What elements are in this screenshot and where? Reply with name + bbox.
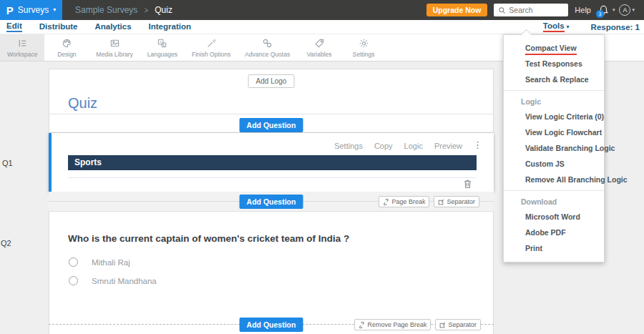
workspace-icon — [17, 38, 28, 49]
toolbar-item-variables[interactable]: Variables — [297, 34, 341, 61]
tools-label: Tools — [543, 21, 565, 32]
toolbar-item-advance-quotas[interactable]: Advance Quotas — [238, 34, 297, 61]
menu-item-microsoft-word[interactable]: Microsoft Word — [504, 209, 604, 225]
tools-dropdown-menu: Compact View Test Responses Search & Rep… — [503, 34, 605, 262]
separator-edit-icon — [439, 322, 446, 328]
nav-right: Tools ▾ Response: 1 — [543, 21, 640, 32]
breadcrumb: Sample Surveys > Quiz — [75, 5, 172, 15]
menu-item-remove-all-branching-logic[interactable]: Remove All Branching Logic — [504, 172, 604, 187]
languages-icon: xa — [157, 38, 167, 49]
toolbar-item-workspace[interactable]: Workspace — [0, 34, 44, 61]
divider — [49, 114, 493, 114]
search-input[interactable] — [509, 6, 564, 14]
gear-icon — [358, 38, 369, 49]
search-icon — [498, 6, 506, 14]
break-buttons: Page Break Separator — [379, 196, 479, 207]
notification-count-badge: 3 — [596, 10, 604, 18]
question-card-q1: Settings Copy Logic Preview ⋮ Sports — [49, 133, 494, 192]
help-link[interactable]: Help — [575, 6, 591, 14]
menu-item-validate-branching-logic[interactable]: Validate Branching Logic — [504, 140, 604, 156]
notifications-bell[interactable]: 3 — [598, 4, 609, 16]
question-title-bar[interactable]: Sports — [68, 155, 477, 170]
breadcrumb-current: Quiz — [155, 5, 172, 15]
page-break-button[interactable]: Page Break — [379, 196, 429, 207]
divider — [68, 177, 477, 178]
answer-option-row[interactable]: Smruti Mandhana — [69, 276, 157, 285]
menu-section-download: Download — [504, 194, 604, 209]
tab-distribute[interactable]: Distribute — [39, 22, 78, 31]
remove-page-break-button[interactable]: Remove Page Break — [354, 319, 431, 330]
separator-button[interactable]: Separator — [434, 196, 479, 207]
menu-item-print[interactable]: Print — [504, 240, 604, 256]
break-buttons: Remove Page Break Separator — [354, 319, 481, 330]
media-library-icon — [109, 38, 120, 49]
page-boundary-row: Add Question Page Break Separator — [49, 192, 494, 212]
breadcrumb-parent[interactable]: Sample Surveys — [75, 5, 137, 15]
menu-item-custom-js[interactable]: Custom JS — [504, 156, 604, 172]
menu-divider — [504, 90, 604, 91]
question-copy-link[interactable]: Copy — [374, 142, 393, 150]
upgrade-now-button[interactable]: Upgrade Now — [426, 4, 488, 16]
trash-icon[interactable] — [463, 179, 472, 189]
menu-item-test-responses[interactable]: Test Responses — [504, 56, 604, 72]
answer-option-row[interactable]: Mithali Raj — [69, 257, 130, 267]
product-switcher[interactable]: P Surveys ▾ — [0, 0, 62, 20]
chevron-down-icon: ▾ — [567, 24, 570, 30]
section-nav: Edit Distribute Analytics Integration To… — [0, 20, 644, 34]
question-actions: Settings Copy Logic Preview — [334, 142, 462, 150]
menu-divider — [504, 190, 604, 191]
question-logic-link[interactable]: Logic — [404, 142, 423, 150]
magic-wand-icon — [206, 38, 217, 49]
chain-links-icon — [262, 38, 273, 49]
broken-link-icon — [383, 199, 389, 205]
toolbar-item-media-library[interactable]: Media Library — [89, 34, 140, 61]
menu-item-search-replace[interactable]: Search & Replace — [504, 72, 604, 87]
answer-option-label: Smruti Mandhana — [92, 277, 157, 285]
survey-title[interactable]: Quiz — [68, 95, 97, 112]
toolbar-item-design[interactable]: Design — [44, 34, 89, 61]
tag-icon — [314, 38, 325, 49]
broken-link-icon — [358, 322, 365, 328]
chevron-down-icon: ▾ — [53, 7, 56, 13]
survey-title-card: Add Logo Quiz Add Question — [49, 69, 494, 133]
radio-button-icon[interactable] — [69, 257, 78, 267]
breadcrumb-separator-icon: > — [144, 6, 148, 14]
tools-menu-button[interactable]: Tools ▾ — [543, 21, 570, 32]
bottom-page-boundary-row: Add Question Remove Page Break Separator — [49, 315, 494, 334]
product-name: Surveys — [18, 5, 49, 15]
menu-item-adobe-pdf[interactable]: Adobe PDF — [504, 225, 604, 240]
add-question-button-top[interactable]: Add Question — [240, 118, 303, 132]
tab-integration[interactable]: Integration — [149, 22, 191, 31]
question-number-q2: Q2 — [1, 239, 11, 247]
separator-button[interactable]: Separator — [435, 319, 481, 330]
menu-section-logic: Logic — [504, 94, 604, 109]
add-question-button-bottom[interactable]: Add Question — [240, 318, 303, 332]
menu-item-compact-view[interactable]: Compact View — [504, 40, 604, 56]
menu-item-view-logic-criteria[interactable]: View Logic Criteria (0) — [504, 109, 604, 124]
topbar-right: Upgrade Now Help 3 ▾ A ▾ — [426, 4, 644, 16]
response-count: Response: 1 — [591, 23, 640, 31]
chevron-down-icon[interactable]: ▾ — [613, 7, 615, 13]
add-logo-button[interactable]: Add Logo — [248, 74, 295, 88]
radio-button-icon[interactable] — [69, 276, 78, 285]
toolbar-item-languages[interactable]: xa Languages — [140, 34, 185, 61]
toolbar-item-settings[interactable]: Settings — [341, 34, 386, 61]
proprofs-logo: P — [6, 4, 14, 16]
tab-edit[interactable]: Edit — [6, 21, 22, 32]
question-number-q1: Q1 — [2, 159, 13, 167]
avatar[interactable]: A — [619, 4, 630, 16]
top-bar: P Surveys ▾ Sample Surveys > Quiz Upgrad… — [0, 0, 644, 20]
kebab-menu-icon[interactable]: ⋮ — [473, 139, 482, 150]
answer-option-label: Mithali Raj — [92, 258, 130, 267]
question-settings-link[interactable]: Settings — [334, 142, 363, 150]
menu-item-view-logic-flowchart[interactable]: View Logic Flowchart — [504, 124, 604, 140]
global-search[interactable] — [494, 4, 568, 16]
toolbar-item-finish-options[interactable]: Finish Options — [185, 34, 238, 61]
tab-analytics[interactable]: Analytics — [94, 22, 131, 31]
chevron-down-icon[interactable]: ▾ — [632, 7, 635, 13]
svg-text:a: a — [163, 43, 165, 46]
question-preview-link[interactable]: Preview — [434, 142, 462, 150]
separator-edit-icon — [438, 199, 444, 205]
add-question-button-middle[interactable]: Add Question — [240, 195, 303, 209]
question-text[interactable]: Who is the current captain of women's cr… — [68, 233, 349, 244]
